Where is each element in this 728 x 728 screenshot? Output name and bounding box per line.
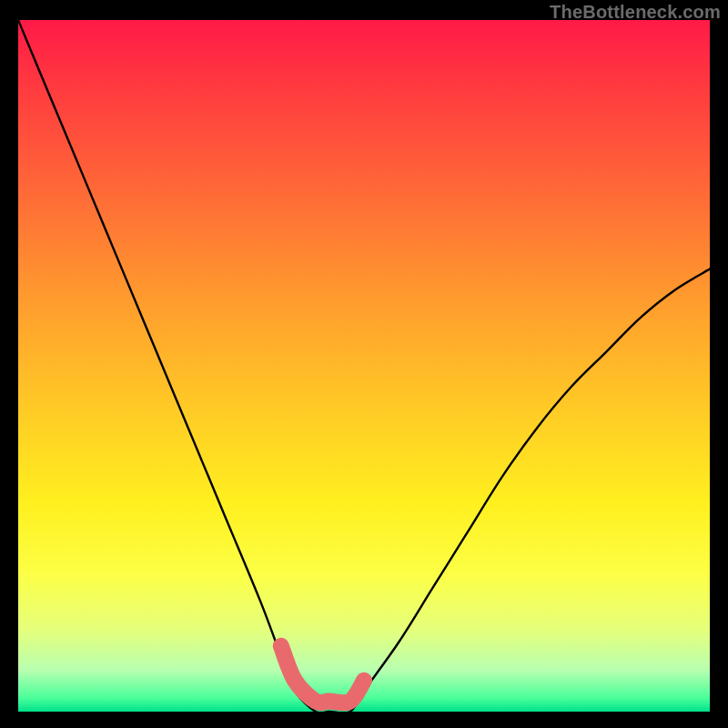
chart-plot-area	[18, 20, 710, 712]
bottleneck-highlight-path	[281, 646, 364, 703]
chart-frame: TheBottleneck.com	[0, 0, 728, 728]
bottleneck-curve-svg	[18, 20, 710, 712]
bottleneck-curve-path	[18, 20, 710, 712]
